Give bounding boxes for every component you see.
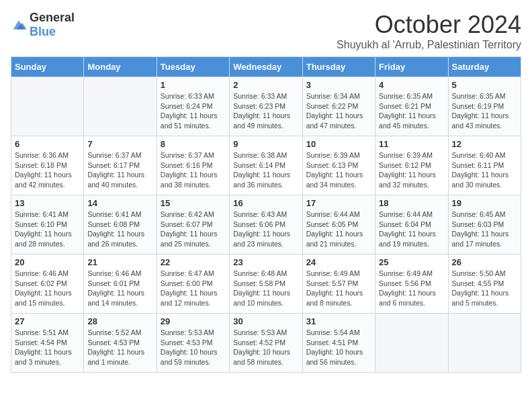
day-number: 17 <box>306 198 371 208</box>
calendar-cell: 28Sunrise: 5:52 AM Sunset: 4:53 PM Dayli… <box>84 314 157 373</box>
calendar-cell: 29Sunrise: 5:53 AM Sunset: 4:53 PM Dayli… <box>157 314 229 373</box>
title-section: October 2024 Shuyukh al 'Arrub, Palestin… <box>337 11 521 51</box>
calendar-cell: 13Sunrise: 6:41 AM Sunset: 6:10 PM Dayli… <box>11 195 84 255</box>
calendar-cell: 30Sunrise: 5:53 AM Sunset: 4:52 PM Dayli… <box>230 314 302 373</box>
calendar-cell <box>11 77 84 136</box>
day-number: 9 <box>233 139 298 149</box>
day-number: 27 <box>15 316 80 326</box>
day-detail: Sunrise: 5:53 AM Sunset: 4:53 PM Dayligh… <box>161 328 226 367</box>
day-number: 23 <box>233 257 298 267</box>
calendar-cell: 15Sunrise: 6:42 AM Sunset: 6:07 PM Dayli… <box>157 195 229 255</box>
calendar-cell <box>448 314 521 373</box>
day-detail: Sunrise: 5:51 AM Sunset: 4:54 PM Dayligh… <box>15 328 80 367</box>
day-detail: Sunrise: 6:46 AM Sunset: 6:02 PM Dayligh… <box>15 269 80 308</box>
weekday-header: Tuesday <box>157 57 229 77</box>
day-number: 18 <box>379 198 444 208</box>
day-detail: Sunrise: 6:44 AM Sunset: 6:04 PM Dayligh… <box>379 210 444 249</box>
day-detail: Sunrise: 6:45 AM Sunset: 6:03 PM Dayligh… <box>452 210 517 249</box>
weekday-header: Saturday <box>448 57 521 77</box>
logo-general: General <box>30 11 75 24</box>
weekday-header: Thursday <box>302 57 375 77</box>
calendar-cell: 18Sunrise: 6:44 AM Sunset: 6:04 PM Dayli… <box>375 195 448 255</box>
calendar-cell: 8Sunrise: 6:37 AM Sunset: 6:16 PM Daylig… <box>157 136 229 195</box>
calendar-cell: 24Sunrise: 6:49 AM Sunset: 5:57 PM Dayli… <box>302 255 375 314</box>
day-detail: Sunrise: 6:49 AM Sunset: 5:56 PM Dayligh… <box>379 269 444 308</box>
day-detail: Sunrise: 6:49 AM Sunset: 5:57 PM Dayligh… <box>306 269 371 308</box>
day-number: 21 <box>87 257 152 267</box>
calendar-cell: 17Sunrise: 6:44 AM Sunset: 6:05 PM Dayli… <box>302 195 375 255</box>
calendar-cell: 7Sunrise: 6:37 AM Sunset: 6:17 PM Daylig… <box>84 136 157 195</box>
calendar-cell: 23Sunrise: 6:48 AM Sunset: 5:58 PM Dayli… <box>230 255 302 314</box>
weekday-header: Monday <box>84 57 157 77</box>
day-number: 8 <box>161 139 226 149</box>
day-detail: Sunrise: 6:34 AM Sunset: 6:22 PM Dayligh… <box>306 91 371 131</box>
day-number: 26 <box>452 257 517 267</box>
day-detail: Sunrise: 6:33 AM Sunset: 6:24 PM Dayligh… <box>161 91 226 131</box>
logo-icon <box>11 18 27 32</box>
day-number: 5 <box>452 80 517 90</box>
day-detail: Sunrise: 6:40 AM Sunset: 6:11 PM Dayligh… <box>452 150 517 190</box>
day-detail: Sunrise: 6:35 AM Sunset: 6:19 PM Dayligh… <box>452 91 517 131</box>
day-detail: Sunrise: 6:47 AM Sunset: 6:00 PM Dayligh… <box>161 269 226 308</box>
calendar-cell: 4Sunrise: 6:35 AM Sunset: 6:21 PM Daylig… <box>375 77 448 136</box>
day-number: 28 <box>87 316 152 326</box>
calendar-cell: 19Sunrise: 6:45 AM Sunset: 6:03 PM Dayli… <box>448 195 521 255</box>
calendar-week-row: 6Sunrise: 6:36 AM Sunset: 6:18 PM Daylig… <box>11 136 521 195</box>
calendar-cell: 31Sunrise: 5:54 AM Sunset: 4:51 PM Dayli… <box>302 314 375 373</box>
calendar-cell: 9Sunrise: 6:38 AM Sunset: 6:14 PM Daylig… <box>230 136 302 195</box>
day-detail: Sunrise: 6:43 AM Sunset: 6:06 PM Dayligh… <box>233 210 298 249</box>
calendar-week-row: 13Sunrise: 6:41 AM Sunset: 6:10 PM Dayli… <box>11 195 521 255</box>
calendar-cell: 1Sunrise: 6:33 AM Sunset: 6:24 PM Daylig… <box>157 77 229 136</box>
calendar-table: SundayMondayTuesdayWednesdayThursdayFrid… <box>11 56 521 373</box>
calendar-cell: 21Sunrise: 6:46 AM Sunset: 6:01 PM Dayli… <box>84 255 157 314</box>
day-number: 30 <box>233 316 298 326</box>
day-number: 22 <box>161 257 226 267</box>
calendar-cell: 26Sunrise: 5:50 AM Sunset: 4:55 PM Dayli… <box>448 255 521 314</box>
day-detail: Sunrise: 6:33 AM Sunset: 6:23 PM Dayligh… <box>233 91 298 131</box>
calendar-cell: 10Sunrise: 6:39 AM Sunset: 6:13 PM Dayli… <box>302 136 375 195</box>
weekday-header: Wednesday <box>230 57 302 77</box>
logo: General Blue <box>11 11 75 39</box>
day-number: 19 <box>452 198 517 208</box>
day-number: 4 <box>379 80 444 90</box>
day-number: 1 <box>161 80 226 90</box>
day-number: 29 <box>161 316 226 326</box>
day-number: 14 <box>87 198 152 208</box>
day-detail: Sunrise: 6:39 AM Sunset: 6:13 PM Dayligh… <box>306 150 371 190</box>
page-header: General Blue October 2024 Shuyukh al 'Ar… <box>11 11 521 51</box>
month-title: October 2024 <box>337 11 521 39</box>
calendar-cell: 11Sunrise: 6:39 AM Sunset: 6:12 PM Dayli… <box>375 136 448 195</box>
weekday-header: Sunday <box>11 57 84 77</box>
calendar-cell: 12Sunrise: 6:40 AM Sunset: 6:11 PM Dayli… <box>448 136 521 195</box>
calendar-cell <box>84 77 157 136</box>
logo-blue: Blue <box>30 25 56 38</box>
calendar-cell: 20Sunrise: 6:46 AM Sunset: 6:02 PM Dayli… <box>11 255 84 314</box>
day-detail: Sunrise: 5:50 AM Sunset: 4:55 PM Dayligh… <box>452 269 517 308</box>
calendar-cell: 14Sunrise: 6:41 AM Sunset: 6:08 PM Dayli… <box>84 195 157 255</box>
calendar-week-row: 1Sunrise: 6:33 AM Sunset: 6:24 PM Daylig… <box>11 77 521 136</box>
day-detail: Sunrise: 6:37 AM Sunset: 6:16 PM Dayligh… <box>161 150 226 190</box>
day-number: 3 <box>306 80 371 90</box>
day-detail: Sunrise: 5:52 AM Sunset: 4:53 PM Dayligh… <box>87 328 152 367</box>
calendar-cell: 27Sunrise: 5:51 AM Sunset: 4:54 PM Dayli… <box>11 314 84 373</box>
calendar-week-row: 20Sunrise: 6:46 AM Sunset: 6:02 PM Dayli… <box>11 255 521 314</box>
day-detail: Sunrise: 5:54 AM Sunset: 4:51 PM Dayligh… <box>306 328 371 367</box>
day-detail: Sunrise: 6:41 AM Sunset: 6:08 PM Dayligh… <box>87 210 152 249</box>
calendar-week-row: 27Sunrise: 5:51 AM Sunset: 4:54 PM Dayli… <box>11 314 521 373</box>
day-detail: Sunrise: 6:39 AM Sunset: 6:12 PM Dayligh… <box>379 150 444 190</box>
day-number: 6 <box>15 139 80 149</box>
day-detail: Sunrise: 6:37 AM Sunset: 6:17 PM Dayligh… <box>87 150 152 190</box>
day-number: 31 <box>306 316 371 326</box>
day-number: 12 <box>452 139 517 149</box>
day-detail: Sunrise: 6:44 AM Sunset: 6:05 PM Dayligh… <box>306 210 371 249</box>
day-detail: Sunrise: 6:42 AM Sunset: 6:07 PM Dayligh… <box>161 210 226 249</box>
day-number: 24 <box>306 257 371 267</box>
weekday-header-row: SundayMondayTuesdayWednesdayThursdayFrid… <box>11 57 521 77</box>
day-detail: Sunrise: 6:41 AM Sunset: 6:10 PM Dayligh… <box>15 210 80 249</box>
day-detail: Sunrise: 6:48 AM Sunset: 5:58 PM Dayligh… <box>233 269 298 308</box>
day-number: 11 <box>379 139 444 149</box>
calendar-cell: 25Sunrise: 6:49 AM Sunset: 5:56 PM Dayli… <box>375 255 448 314</box>
day-detail: Sunrise: 6:35 AM Sunset: 6:21 PM Dayligh… <box>379 91 444 131</box>
day-detail: Sunrise: 5:53 AM Sunset: 4:52 PM Dayligh… <box>233 328 298 367</box>
calendar-cell: 22Sunrise: 6:47 AM Sunset: 6:00 PM Dayli… <box>157 255 229 314</box>
